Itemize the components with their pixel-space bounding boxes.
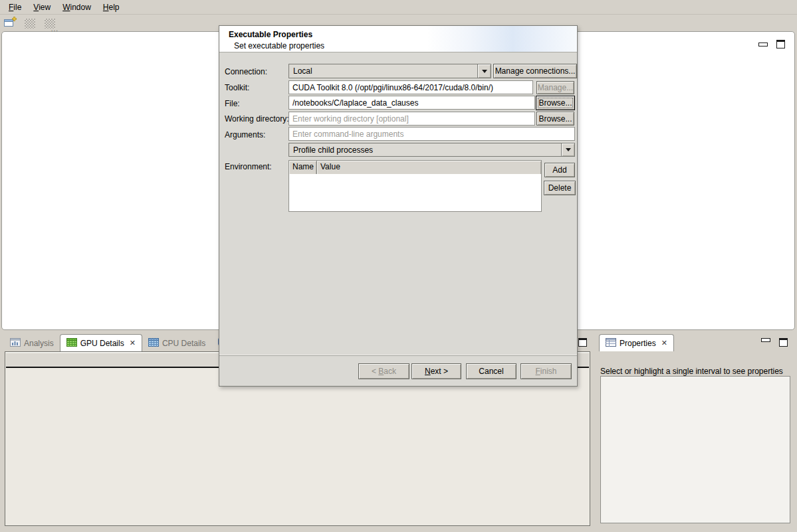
manage-connections-button[interactable]: Manage connections... <box>493 64 577 78</box>
close-icon[interactable]: ✕ <box>661 339 667 347</box>
maximize-icon[interactable] <box>578 338 587 347</box>
minimize-icon[interactable] <box>761 338 770 342</box>
file-label: File: <box>225 99 240 108</box>
toolkit-label: Toolkit: <box>225 83 249 92</box>
connection-combo[interactable]: Local <box>288 64 491 78</box>
properties-tabbar: Properties ✕ <box>596 334 796 351</box>
menu-file[interactable]: File <box>3 1 27 14</box>
new-session-icon <box>3 17 17 30</box>
delete-button[interactable]: Delete <box>544 181 576 195</box>
tab-label: GPU Details <box>80 339 124 348</box>
add-button[interactable]: Add <box>544 163 575 177</box>
file-browse-button[interactable]: Browse... <box>536 96 575 110</box>
tab-cpu-details[interactable]: CPU Details <box>142 335 211 351</box>
finish-button: Finish <box>520 363 572 379</box>
chevron-down-icon[interactable] <box>477 64 491 78</box>
dialog-header: Executable Properties Set executable pro… <box>219 26 577 52</box>
menu-bar: File View Window Help <box>0 0 797 15</box>
save-session-button-disabled <box>23 17 37 30</box>
environment-table-body[interactable] <box>289 174 541 211</box>
application-window: File View Window Help ... <box>0 0 797 532</box>
connection-label: Connection: <box>225 67 267 76</box>
tab-analysis[interactable]: Analysis <box>4 335 60 351</box>
cpu-details-icon <box>148 338 159 349</box>
properties-message: Select or highlight a single interval to… <box>600 367 790 376</box>
environment-label: Environment: <box>225 162 272 171</box>
maximize-icon[interactable] <box>779 338 788 347</box>
gpu-table-body <box>6 368 589 525</box>
toolkit-manage-button: Manage... <box>536 81 574 94</box>
minimize-icon[interactable] <box>758 43 768 46</box>
dialog-subtitle: Set executable properties <box>234 41 324 50</box>
gpu-details-icon <box>66 338 77 349</box>
chevron-down-icon[interactable] <box>561 143 574 156</box>
next-button[interactable]: Next > <box>411 363 461 379</box>
toolkit-input[interactable] <box>288 80 533 94</box>
export-session-button-disabled: ... <box>43 17 57 30</box>
profile-child-processes-value: Profile child processes <box>289 145 561 155</box>
workdir-browse-button[interactable]: Browse... <box>536 112 574 126</box>
environment-table[interactable]: Name Value <box>288 160 542 212</box>
arguments-label: Arguments: <box>225 130 265 139</box>
arguments-input[interactable] <box>288 127 575 141</box>
analysis-icon <box>10 338 21 349</box>
properties-icon <box>606 338 616 349</box>
file-input[interactable] <box>288 96 535 110</box>
cancel-button[interactable]: Cancel <box>466 363 516 379</box>
save-session-icon <box>25 19 35 29</box>
maximize-icon[interactable] <box>776 40 785 48</box>
connection-value: Local <box>289 66 477 76</box>
tab-gpu-details[interactable]: GPU Details ✕ <box>60 334 142 351</box>
dialog-button-bar: < Back Next > Cancel Finish <box>219 355 577 386</box>
new-session-button[interactable] <box>3 17 17 30</box>
menu-help[interactable]: Help <box>97 1 126 14</box>
tab-label: Properties <box>620 339 656 348</box>
profile-child-processes-combo[interactable]: Profile child processes <box>288 143 575 157</box>
close-icon[interactable]: ✕ <box>130 339 136 347</box>
working-directory-label: Working directory: <box>225 114 288 124</box>
env-column-name[interactable]: Name <box>289 161 317 174</box>
tab-label: Analysis <box>24 339 54 348</box>
tab-label: CPU Details <box>162 339 205 348</box>
env-column-value[interactable]: Value <box>317 161 541 174</box>
dialog-title: Executable Properties <box>229 30 312 39</box>
menu-window[interactable]: Window <box>57 1 97 14</box>
properties-panel: Properties ✕ Select or highlight a singl… <box>596 334 796 528</box>
tab-properties[interactable]: Properties ✕ <box>599 334 674 351</box>
environment-table-header: Name Value <box>289 161 541 175</box>
properties-box <box>600 376 790 523</box>
menu-view[interactable]: View <box>27 1 57 14</box>
back-button: < Back <box>358 363 409 379</box>
executable-properties-dialog: Executable Properties Set executable pro… <box>219 25 578 387</box>
working-directory-input[interactable] <box>288 112 535 126</box>
